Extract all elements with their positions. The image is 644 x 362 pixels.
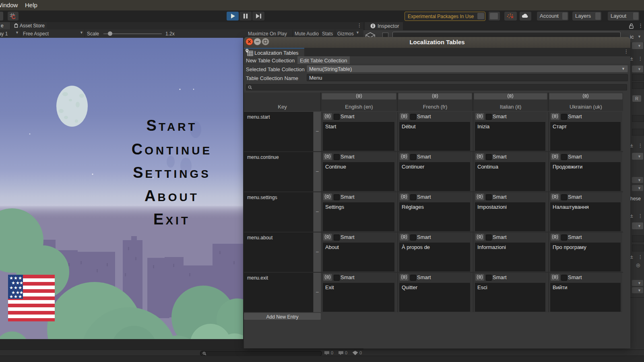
svg-text:★: ★ — [18, 285, 22, 290]
svg-text:★: ★ — [9, 294, 13, 299]
svg-text:★: ★ — [14, 294, 18, 299]
svg-text:★: ★ — [19, 280, 23, 285]
svg-text:★: ★ — [14, 276, 18, 280]
svg-text:★: ★ — [9, 276, 13, 280]
svg-text:★: ★ — [18, 294, 22, 299]
svg-text:★: ★ — [14, 285, 18, 290]
svg-text:★: ★ — [11, 280, 15, 285]
svg-text:★: ★ — [9, 285, 13, 290]
svg-text:★: ★ — [18, 276, 22, 280]
